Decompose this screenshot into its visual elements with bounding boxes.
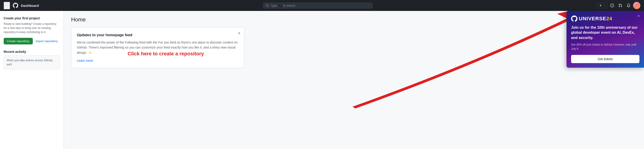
issues-button[interactable] bbox=[608, 2, 616, 9]
create-button[interactable] bbox=[597, 3, 608, 8]
search-kbd: / bbox=[278, 4, 282, 8]
page-title: Home bbox=[71, 16, 594, 23]
recent-activity-placeholder: When you take actions across GitHub, we'… bbox=[4, 55, 60, 70]
import-repository-button[interactable]: Import repository bbox=[36, 38, 58, 44]
main-header: Home Send feedback Filte bbox=[71, 16, 637, 23]
sidebar-actions: Create repository Import repository bbox=[4, 38, 60, 44]
sidebar-description: Ready to start building? Create a reposi… bbox=[4, 22, 60, 34]
search-container: Type / to search bbox=[42, 3, 594, 8]
nav-title: Dashboard bbox=[21, 4, 39, 8]
pullrequest-button[interactable] bbox=[617, 2, 624, 9]
notifications-button[interactable] bbox=[625, 2, 632, 9]
notice-close-button[interactable]: × bbox=[237, 30, 241, 36]
page-layout: Create your first project Ready to start… bbox=[0, 11, 644, 149]
universe-popup: × UNIVERSE24 Join us for the 10th annive… bbox=[566, 11, 644, 68]
main-content: Home Send feedback Filte × Updates to yo… bbox=[64, 11, 644, 149]
notice-body: We've combined the power of the Followin… bbox=[77, 40, 238, 55]
recent-activity-title: Recent activity bbox=[4, 50, 60, 54]
sparkle-icon: ✨ bbox=[88, 51, 92, 54]
universe-close-button[interactable]: × bbox=[636, 13, 641, 19]
universe-sub: Get 35% off your tickets to GitHub Unive… bbox=[571, 42, 640, 51]
search-box[interactable]: Type / to search bbox=[263, 3, 372, 8]
hamburger-button[interactable] bbox=[4, 2, 10, 9]
create-repository-button[interactable]: Create repository bbox=[4, 38, 33, 44]
topnav: Dashboard Type / to search bbox=[0, 0, 644, 11]
github-logo[interactable] bbox=[13, 3, 18, 8]
universe-body: Join us for the 10th anniversary of our … bbox=[571, 25, 640, 40]
notice-card: × Updates to your homepage feed We've co… bbox=[71, 27, 244, 68]
search-icon bbox=[266, 4, 269, 7]
search-placeholder: Type / to search bbox=[271, 4, 370, 7]
nav-actions bbox=[597, 2, 640, 9]
get-tickets-button[interactable]: Get tickets bbox=[571, 55, 640, 63]
universe-title: UNIVERSE24 bbox=[579, 16, 612, 22]
avatar-button[interactable] bbox=[633, 2, 640, 9]
universe-header: UNIVERSE24 bbox=[571, 16, 640, 22]
learn-more-link[interactable]: Learn more bbox=[77, 59, 93, 62]
universe-logo: UNIVERSE24 bbox=[571, 16, 612, 22]
notice-title: Updates to your homepage feed bbox=[77, 33, 238, 37]
sidebar-section-title: Create your first project bbox=[4, 16, 60, 20]
sidebar: Create your first project Ready to start… bbox=[0, 11, 64, 149]
